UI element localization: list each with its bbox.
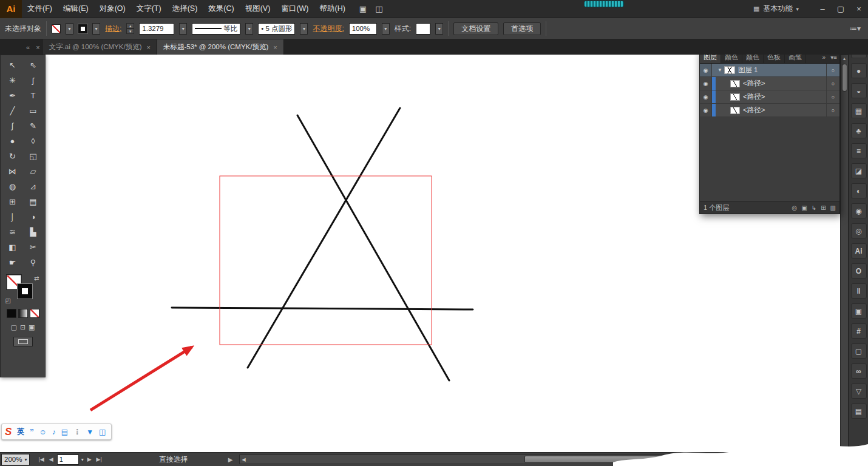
- transform-panel-icon[interactable]: #: [851, 323, 867, 339]
- document-setup-button[interactable]: 文档设置: [453, 22, 498, 35]
- tab-untitled-53[interactable]: 未标题-53* @ 200% (CMYK/预览) ×: [157, 39, 284, 55]
- restore-button[interactable]: ▢: [832, 2, 850, 16]
- ime-emoji-icon[interactable]: ☺: [39, 428, 47, 436]
- fill-color-swatch[interactable]: [52, 24, 61, 33]
- align-panel-icon[interactable]: ‖: [851, 283, 867, 299]
- close-button[interactable]: ×: [850, 2, 868, 16]
- width-profile-select[interactable]: 等比: [192, 23, 240, 35]
- type-tool[interactable]: T: [25, 88, 41, 103]
- layer-row-1-visibility-toggle[interactable]: ◉: [700, 64, 712, 76]
- layer-row-1[interactable]: ◉ ▼ 图层 1 ○: [700, 64, 839, 77]
- menu-item-help[interactable]: 帮助(H): [314, 0, 351, 18]
- artboard-tool[interactable]: ◧: [5, 240, 21, 255]
- symbols-panel-icon[interactable]: ▽: [851, 383, 867, 399]
- new-sublayer-icon[interactable]: ↳: [812, 204, 816, 211]
- ime-toolbox-icon[interactable]: ◫: [99, 428, 106, 436]
- target-circle-icon[interactable]: ○: [826, 90, 839, 103]
- menu-item-file[interactable]: 文件(F): [22, 0, 58, 18]
- blob-brush-tool[interactable]: ●: [5, 133, 21, 149]
- lasso-tool[interactable]: ʃ: [25, 73, 41, 88]
- stroke-weight-stepper[interactable]: ▴▾: [126, 23, 134, 34]
- locate-object-icon[interactable]: ◎: [792, 204, 798, 211]
- artboard-dropdown-icon[interactable]: ▾: [81, 457, 84, 462]
- draw-behind-button[interactable]: ⊡: [20, 323, 25, 331]
- fill-dropdown-icon[interactable]: ▾: [66, 23, 73, 35]
- ime-punctuation-icon[interactable]: ’’: [30, 428, 33, 436]
- path-row-3-visibility-toggle[interactable]: ◉: [700, 104, 712, 116]
- opacity-dropdown-icon[interactable]: ▾: [382, 23, 390, 35]
- path-row-2[interactable]: ◉ ▼ <路径> ○: [700, 90, 839, 104]
- collapse-tools-icon[interactable]: «: [23, 39, 33, 55]
- first-artboard-button[interactable]: |◀: [37, 456, 45, 462]
- scroll-left-icon[interactable]: ◀: [240, 457, 248, 462]
- menu-item-edit[interactable]: 编辑(E): [58, 0, 94, 18]
- slice-tool[interactable]: ✂: [25, 240, 41, 255]
- stroke-swatch[interactable]: [18, 284, 32, 299]
- menu-item-object[interactable]: 对象(O): [94, 0, 131, 18]
- artwork-path-2[interactable]: [248, 108, 400, 368]
- brush-dropdown-icon[interactable]: ▾: [300, 23, 308, 35]
- draw-normal-button[interactable]: ▢: [10, 323, 16, 331]
- column-graph-tool[interactable]: ▙: [25, 225, 41, 240]
- rotate-tool[interactable]: ↻: [5, 149, 21, 164]
- layer-thumbnail[interactable]: [730, 107, 740, 114]
- layer-thumbnail[interactable]: [724, 66, 735, 74]
- delete-layer-icon[interactable]: ▥: [830, 204, 836, 211]
- ime-voice-icon[interactable]: ♪: [52, 428, 56, 436]
- last-artboard-button[interactable]: ▶|: [95, 456, 103, 462]
- pen-tool[interactable]: ✒: [5, 88, 21, 103]
- preferences-button[interactable]: 首选项: [503, 22, 541, 35]
- style-dropdown-icon[interactable]: ▾: [435, 23, 443, 35]
- profile-dropdown-icon[interactable]: ▾: [245, 23, 253, 35]
- color-panel-icon[interactable]: ●: [851, 63, 867, 78]
- horizontal-scrollbar-thumb[interactable]: [524, 456, 766, 463]
- artboards-panel-icon[interactable]: ▢: [851, 343, 867, 359]
- control-panel-menu-icon[interactable]: ≔▾: [850, 24, 863, 33]
- zoom-level-select[interactable]: 200% ▾: [1, 454, 30, 465]
- direct-selection-tool[interactable]: ⇖: [25, 58, 41, 73]
- artboard-number-input[interactable]: [59, 456, 76, 463]
- new-layer-icon[interactable]: ⊞: [821, 204, 826, 211]
- rectangle-tool[interactable]: ▭: [25, 103, 41, 118]
- zoom-tool[interactable]: ⚲: [25, 255, 41, 270]
- navigator-panel-icon[interactable]: ▤: [851, 404, 867, 419]
- brush-definition-select[interactable]: •5 点圆形: [258, 23, 295, 35]
- gradient-panel-icon[interactable]: ◪: [851, 163, 867, 178]
- none-mode-button[interactable]: [30, 309, 39, 318]
- prev-artboard-button[interactable]: ◀: [48, 456, 55, 462]
- selection-tool[interactable]: ↖: [5, 58, 21, 73]
- horizontal-scrollbar[interactable]: ◀ ▶: [239, 454, 833, 464]
- swap-fill-stroke-icon[interactable]: ⇄: [34, 275, 39, 282]
- path-row-1-visibility-toggle[interactable]: ◉: [700, 77, 712, 90]
- ime-skin-icon[interactable]: ▼: [86, 428, 93, 436]
- symbol-sprayer-tool[interactable]: ≋: [5, 225, 21, 240]
- width-tool[interactable]: ⋈: [5, 164, 21, 179]
- sogou-logo[interactable]: S: [5, 426, 12, 438]
- app-logo[interactable]: Ai: [0, 0, 22, 18]
- path-row-1[interactable]: ◉ ▼ <路径> ○: [700, 77, 839, 90]
- shape-builder-tool[interactable]: ◍: [5, 179, 21, 194]
- swatches-panel-icon[interactable]: ▦: [851, 103, 867, 118]
- path-row-2-visibility-toggle[interactable]: ◉: [700, 90, 712, 103]
- blend-tool[interactable]: ◑: [25, 209, 41, 225]
- menu-item-select[interactable]: 选择(S): [167, 0, 203, 18]
- draw-inside-button[interactable]: ▣: [29, 323, 35, 331]
- menu-item-view[interactable]: 视图(V): [240, 0, 276, 18]
- opentype-panel-icon[interactable]: O: [851, 263, 867, 279]
- path-row-3[interactable]: ◉ ▼ <路径> ○: [700, 104, 839, 117]
- eraser-tool[interactable]: ◊: [25, 133, 41, 149]
- ime-lang-toggle[interactable]: 英: [17, 427, 24, 437]
- color-guide-panel-icon[interactable]: ◒: [851, 83, 867, 98]
- graphic-styles-panel-icon[interactable]: ◎: [851, 223, 867, 238]
- layer-thumbnail[interactable]: [730, 80, 740, 87]
- magic-wand-tool[interactable]: ✳: [5, 73, 21, 88]
- gradient-tool[interactable]: ▤: [25, 194, 41, 209]
- arrange-documents-icon[interactable]: ◫: [375, 4, 382, 13]
- tab-untitled-53-close-icon[interactable]: ×: [273, 44, 277, 51]
- target-circle-icon[interactable]: ○: [826, 104, 839, 116]
- status-expand-icon[interactable]: ▶: [228, 456, 233, 463]
- transparency-panel-icon[interactable]: ◐: [851, 183, 867, 198]
- menu-item-type[interactable]: 文字(T): [131, 0, 167, 18]
- scale-tool[interactable]: ◱: [25, 149, 41, 164]
- scroll-up-icon[interactable]: ▲: [841, 56, 848, 61]
